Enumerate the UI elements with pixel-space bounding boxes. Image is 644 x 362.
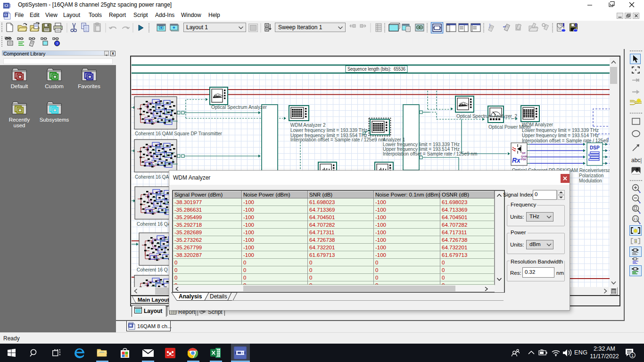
svg-text:Coherent 16 Q: Coherent 16 Q — [137, 267, 168, 272]
svg-text:1: 1 — [631, 353, 634, 358]
svg-text:Optical Spectrum Analyzer: Optical Spectrum Analyzer — [211, 105, 267, 110]
svg-text:Optical Spectrum Analyzer_2: Optical Spectrum Analyzer_2 — [456, 114, 517, 119]
svg-text:DP: DP — [522, 152, 526, 155]
svg-text:?: ? — [56, 41, 58, 46]
svg-text:WDM Analyzer 2: WDM Analyzer 2 — [290, 123, 326, 128]
svg-text:Polarization: Polarization — [579, 173, 603, 178]
svg-text:Lower frequency limit = 193.33: Lower frequency limit = 193.339 THz — [522, 128, 599, 133]
svg-text:DSP: DSP — [590, 145, 600, 150]
svg-text:Lower frequency limit = 193.33: Lower frequency limit = 193.339 THz — [290, 128, 367, 133]
svg-text:Sequence length (bits): 65536: Sequence length (bits): 65536 — [347, 66, 405, 72]
svg-text:Interpolation offset = Sample: Interpolation offset = Sample rate / 125… — [290, 137, 385, 142]
svg-text:Coherent 16 QAM Square DP Tran: Coherent 16 QAM Square DP Transmitter — [135, 131, 223, 136]
svg-text:Upper frequency limit = 193.51: Upper frequency limit = 193.514 THz — [522, 133, 599, 138]
svg-text:Modulation: Modulation — [579, 178, 602, 183]
svg-text:1:1: 1:1 — [633, 217, 638, 221]
svg-text:Interpolation offset = Sample: Interpolation offset = Sample rate / 125… — [383, 151, 477, 156]
svg-text:Interpolation offset = Sample: Interpolation offset = Sample rate / 125… — [522, 138, 610, 143]
svg-text:Rx: Rx — [512, 156, 521, 164]
svg-text:WDM Analyzer: WDM Analyzer — [522, 122, 553, 127]
svg-text:PSK: PSK — [521, 158, 526, 161]
